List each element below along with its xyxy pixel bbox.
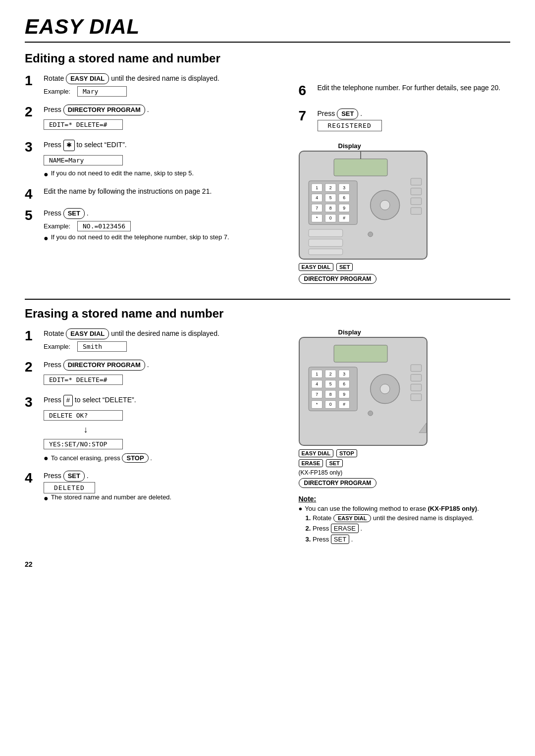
dir-prog-diag-btn-2: DIRECTORY PROGRAM <box>299 478 377 488</box>
set-diag-btn-1: SET <box>336 263 353 271</box>
step-num-3: 3 <box>25 140 39 155</box>
svg-text:2: 2 <box>329 372 331 377</box>
step-num-4: 4 <box>25 187 39 202</box>
display-edit-delete: EDIT=* DELETE=# <box>44 117 284 132</box>
svg-point-65 <box>368 411 373 416</box>
note-title: Note: <box>299 495 479 503</box>
svg-text:1: 1 <box>316 372 318 377</box>
erase-example-row: Example: Smith <box>44 341 284 352</box>
erase-example-val: Smith <box>77 341 127 352</box>
svg-point-33 <box>368 232 373 237</box>
display-name-mary: NAME=Mary <box>44 153 284 167</box>
erase-display-deleted: DELETED <box>44 484 284 491</box>
erase-step-1-content: Rotate EASY DIAL until the desired name … <box>44 328 284 354</box>
dir-prog-key-1: DIRECTORY PROGRAM <box>63 105 145 115</box>
bullet-skip-step5: ● If you do not need to edit the name, s… <box>44 169 284 179</box>
kx-note-diag: (KX-FP185 only) <box>299 469 428 476</box>
svg-rect-36 <box>309 249 343 255</box>
kx-fp185-note: (KX-FP185 only) <box>428 505 478 512</box>
display-edit-delete-val: EDIT=* DELETE=# <box>44 119 123 130</box>
diagram2-buttons: EASY DIAL STOP ERASE SET (KX-FP185 only)… <box>299 449 428 488</box>
example-mary: Mary <box>77 86 127 97</box>
svg-text:4: 4 <box>316 381 318 386</box>
editing-right-col: 6 Edit the telephone number. For further… <box>299 73 511 284</box>
svg-text:0: 0 <box>329 402 331 407</box>
svg-text:2: 2 <box>329 185 331 190</box>
step-4-content: Edit the name by following the instructi… <box>44 187 284 199</box>
edit-step-7: 7 Press SET . REGISTERED <box>299 108 382 131</box>
svg-rect-29 <box>411 178 422 185</box>
erase-display-delete-ok: DELETE OK? <box>44 408 284 423</box>
erase-step-2-content: Press DIRECTORY PROGRAM . EDIT=* DELETE=… <box>44 360 284 389</box>
svg-rect-68 <box>411 384 422 391</box>
phone-diagram-2: 1 2 3 4 5 6 7 8 9 <box>299 337 428 446</box>
svg-text:7: 7 <box>316 392 318 397</box>
stop-key: STOP <box>122 453 148 463</box>
easy-dial-diag-btn-1: EASY DIAL <box>299 263 333 271</box>
erase-example-label: Example: <box>44 343 73 350</box>
page-title: EASY DIAL <box>25 15 510 43</box>
note-step-1: 1. Rotate EASY DIAL until the desired na… <box>306 514 479 522</box>
svg-rect-32 <box>411 208 422 215</box>
bullet-skip-step7: ● If you do not need to edit the telepho… <box>44 233 284 243</box>
svg-text:7: 7 <box>316 206 318 211</box>
note-step-2: 2. Press ERASE . <box>306 524 479 533</box>
svg-text:5: 5 <box>329 195 331 200</box>
example-label-no: Example: <box>44 222 73 230</box>
registered-val: REGISTERED <box>318 120 382 131</box>
easy-dial-key-1: EASY DIAL <box>66 73 109 84</box>
arrow-down-1: ↓ <box>44 425 128 435</box>
erase-step-num-2: 2 <box>25 360 39 375</box>
set-key-3: SET <box>63 471 85 482</box>
svg-text:9: 9 <box>343 392 345 397</box>
diagram1-display-label: Display <box>338 142 428 150</box>
erase-display-val: EDIT=* DELETE=# <box>44 375 123 385</box>
erase-yes-set-val: YES:SET/NO:STOP <box>44 439 123 449</box>
set-diag-btn-2: SET <box>326 459 342 467</box>
svg-rect-69 <box>411 394 422 401</box>
note-step-3: 3. Press SET . <box>306 535 479 544</box>
section-divider <box>25 299 510 300</box>
svg-text:3: 3 <box>343 185 345 190</box>
bullet-dot-3: ● <box>44 453 49 463</box>
svg-text:*: * <box>316 216 318 220</box>
svg-rect-37 <box>334 345 387 362</box>
svg-text:8: 8 <box>329 392 331 397</box>
svg-text:6: 6 <box>343 195 345 200</box>
edit-step-1: 1 Rotate EASY DIAL until the desired nam… <box>25 73 284 99</box>
svg-rect-30 <box>411 188 422 195</box>
erase-step-num-3: 3 <box>25 395 39 410</box>
example-row-no: Example: NO.=0123456 <box>44 221 284 231</box>
erasing-right-col: Display 1 2 3 4 5 <box>299 328 511 545</box>
svg-text:0: 0 <box>329 216 331 220</box>
svg-text:6: 6 <box>343 381 345 386</box>
svg-text:1: 1 <box>316 185 318 190</box>
stop-diag-btn: STOP <box>336 449 357 457</box>
set-key-1: SET <box>63 208 85 219</box>
phone-diagram-1: 1 2 3 4 5 6 7 8 <box>299 151 428 260</box>
step-1-content: Rotate EASY DIAL until the desired name … <box>44 73 284 99</box>
step-num-7: 7 <box>299 108 313 124</box>
erase-diag-btn: ERASE <box>299 459 323 467</box>
erasing-title: Erasing a stored name and number <box>25 307 510 321</box>
svg-point-64 <box>380 384 390 394</box>
svg-text:#: # <box>343 402 345 407</box>
edit-step-4: 4 Edit the name by following the instruc… <box>25 187 284 202</box>
step-7-content: Press SET . REGISTERED <box>318 108 382 131</box>
svg-rect-31 <box>411 198 422 205</box>
erase-step-2: 2 Press DIRECTORY PROGRAM . EDIT=* DELET… <box>25 360 284 389</box>
bullet-cancel-erase: ● To cancel erasing, press STOP . <box>44 453 284 463</box>
step-num-2: 2 <box>25 105 39 120</box>
step-5-content: Press SET . Example: NO.=0123456 ● If yo… <box>44 208 284 245</box>
svg-marker-70 <box>419 423 426 433</box>
erasing-left-col: 1 Rotate EASY DIAL until the desired nam… <box>25 328 284 545</box>
svg-point-28 <box>380 200 390 210</box>
erase-display-edit-delete: EDIT=* DELETE=# <box>44 373 284 387</box>
bullet-dot-2: ● <box>44 233 49 243</box>
svg-rect-35 <box>309 239 343 247</box>
edit-step-3: 3 Press ✱ to select “EDIT”. NAME=Mary ● … <box>25 140 284 180</box>
display-name-val: NAME=Mary <box>44 155 123 165</box>
diagram1-container: Display 1 2 3 <box>299 142 428 284</box>
example-row-1: Example: Mary <box>44 86 284 97</box>
editing-title: Editing a stored name and number <box>25 52 510 65</box>
